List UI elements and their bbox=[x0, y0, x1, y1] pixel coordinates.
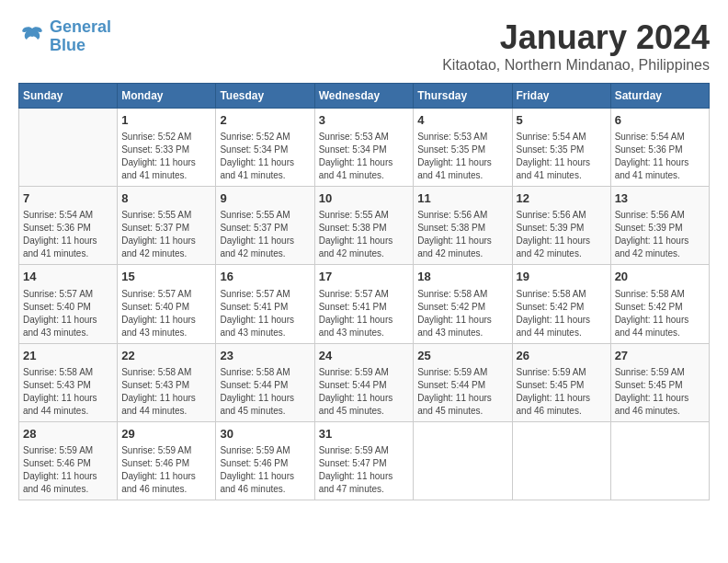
day-info: Sunrise: 5:59 AM Sunset: 5:46 PM Dayligh… bbox=[23, 444, 113, 496]
calendar-cell: 25Sunrise: 5:59 AM Sunset: 5:44 PM Dayli… bbox=[414, 343, 512, 421]
day-number: 17 bbox=[319, 269, 410, 285]
calendar-cell: 30Sunrise: 5:59 AM Sunset: 5:46 PM Dayli… bbox=[216, 421, 314, 500]
day-info: Sunrise: 5:58 AM Sunset: 5:44 PM Dayligh… bbox=[220, 366, 310, 418]
day-info: Sunrise: 5:54 AM Sunset: 5:35 PM Dayligh… bbox=[517, 131, 607, 182]
logo-text: General Blue bbox=[50, 18, 111, 55]
day-info: Sunrise: 5:55 AM Sunset: 5:37 PM Dayligh… bbox=[121, 209, 211, 260]
day-info: Sunrise: 5:57 AM Sunset: 5:41 PM Dayligh… bbox=[319, 288, 410, 339]
day-info: Sunrise: 5:58 AM Sunset: 5:42 PM Dayligh… bbox=[615, 288, 705, 339]
day-info: Sunrise: 5:54 AM Sunset: 5:36 PM Dayligh… bbox=[615, 131, 705, 182]
day-number: 30 bbox=[220, 426, 310, 442]
calendar-cell: 7Sunrise: 5:54 AM Sunset: 5:36 PM Daylig… bbox=[19, 187, 118, 265]
day-number: 24 bbox=[319, 348, 410, 364]
day-number: 22 bbox=[121, 348, 211, 364]
calendar-header: SundayMondayTuesdayWednesdayThursdayFrid… bbox=[19, 84, 710, 109]
day-info: Sunrise: 5:59 AM Sunset: 5:46 PM Dayligh… bbox=[220, 444, 310, 496]
day-number: 20 bbox=[615, 269, 705, 285]
calendar-cell: 9Sunrise: 5:55 AM Sunset: 5:37 PM Daylig… bbox=[216, 187, 314, 265]
calendar-cell: 12Sunrise: 5:56 AM Sunset: 5:39 PM Dayli… bbox=[512, 187, 610, 265]
day-info: Sunrise: 5:54 AM Sunset: 5:36 PM Dayligh… bbox=[23, 209, 113, 260]
location-subtitle: Kitaotao, Northern Mindanao, Philippines bbox=[442, 57, 710, 74]
day-info: Sunrise: 5:59 AM Sunset: 5:45 PM Dayligh… bbox=[517, 366, 607, 418]
day-number: 23 bbox=[220, 348, 310, 364]
weekday-header: Saturday bbox=[610, 84, 709, 109]
day-number: 3 bbox=[319, 112, 410, 129]
day-info: Sunrise: 5:58 AM Sunset: 5:43 PM Dayligh… bbox=[23, 366, 113, 418]
month-title: January 2024 bbox=[442, 18, 710, 57]
day-number: 8 bbox=[121, 190, 211, 207]
day-number: 19 bbox=[517, 269, 607, 285]
calendar-cell: 24Sunrise: 5:59 AM Sunset: 5:44 PM Dayli… bbox=[314, 343, 414, 421]
calendar-cell: 26Sunrise: 5:59 AM Sunset: 5:45 PM Dayli… bbox=[512, 343, 610, 421]
day-info: Sunrise: 5:59 AM Sunset: 5:47 PM Dayligh… bbox=[319, 444, 410, 496]
day-info: Sunrise: 5:57 AM Sunset: 5:40 PM Dayligh… bbox=[23, 288, 113, 339]
day-info: Sunrise: 5:59 AM Sunset: 5:44 PM Dayligh… bbox=[417, 366, 507, 418]
day-info: Sunrise: 5:56 AM Sunset: 5:39 PM Dayligh… bbox=[517, 209, 607, 260]
weekday-header: Tuesday bbox=[216, 84, 314, 109]
day-number: 11 bbox=[417, 190, 507, 207]
calendar-cell: 11Sunrise: 5:56 AM Sunset: 5:38 PM Dayli… bbox=[414, 187, 512, 265]
calendar-cell bbox=[610, 421, 709, 500]
calendar-cell: 13Sunrise: 5:56 AM Sunset: 5:39 PM Dayli… bbox=[610, 187, 709, 265]
day-info: Sunrise: 5:55 AM Sunset: 5:38 PM Dayligh… bbox=[319, 209, 410, 260]
weekday-header: Thursday bbox=[414, 84, 512, 109]
day-number: 12 bbox=[517, 190, 607, 207]
calendar-cell: 18Sunrise: 5:58 AM Sunset: 5:42 PM Dayli… bbox=[414, 265, 512, 343]
weekday-header: Sunday bbox=[19, 84, 118, 109]
day-number: 1 bbox=[121, 112, 211, 129]
day-info: Sunrise: 5:56 AM Sunset: 5:38 PM Dayligh… bbox=[417, 209, 507, 260]
logo-icon bbox=[18, 23, 46, 51]
day-number: 5 bbox=[517, 112, 607, 129]
logo: General Blue bbox=[18, 18, 111, 55]
calendar-cell: 21Sunrise: 5:58 AM Sunset: 5:43 PM Dayli… bbox=[19, 343, 118, 421]
calendar-cell: 22Sunrise: 5:58 AM Sunset: 5:43 PM Dayli… bbox=[118, 343, 216, 421]
day-number: 15 bbox=[121, 269, 211, 285]
day-info: Sunrise: 5:59 AM Sunset: 5:44 PM Dayligh… bbox=[319, 366, 410, 418]
day-number: 21 bbox=[23, 348, 113, 364]
calendar-cell: 31Sunrise: 5:59 AM Sunset: 5:47 PM Dayli… bbox=[314, 421, 414, 500]
day-number: 16 bbox=[220, 269, 310, 285]
day-info: Sunrise: 5:58 AM Sunset: 5:43 PM Dayligh… bbox=[121, 366, 211, 418]
calendar-cell: 20Sunrise: 5:58 AM Sunset: 5:42 PM Dayli… bbox=[610, 265, 709, 343]
calendar-cell bbox=[19, 109, 118, 187]
day-number: 9 bbox=[220, 190, 310, 207]
day-info: Sunrise: 5:52 AM Sunset: 5:34 PM Dayligh… bbox=[220, 131, 310, 182]
day-info: Sunrise: 5:56 AM Sunset: 5:39 PM Dayligh… bbox=[615, 209, 705, 260]
calendar-cell: 15Sunrise: 5:57 AM Sunset: 5:40 PM Dayli… bbox=[118, 265, 216, 343]
day-number: 7 bbox=[23, 190, 113, 207]
day-number: 29 bbox=[121, 426, 211, 442]
calendar-cell: 23Sunrise: 5:58 AM Sunset: 5:44 PM Dayli… bbox=[216, 343, 314, 421]
calendar-cell bbox=[414, 421, 512, 500]
day-info: Sunrise: 5:53 AM Sunset: 5:34 PM Dayligh… bbox=[319, 131, 410, 182]
calendar-cell: 5Sunrise: 5:54 AM Sunset: 5:35 PM Daylig… bbox=[512, 109, 610, 187]
day-number: 31 bbox=[319, 426, 410, 442]
day-info: Sunrise: 5:59 AM Sunset: 5:45 PM Dayligh… bbox=[615, 366, 705, 418]
day-number: 18 bbox=[417, 269, 507, 285]
day-number: 14 bbox=[23, 269, 113, 285]
calendar-cell: 8Sunrise: 5:55 AM Sunset: 5:37 PM Daylig… bbox=[118, 187, 216, 265]
day-number: 27 bbox=[615, 348, 705, 364]
day-info: Sunrise: 5:57 AM Sunset: 5:40 PM Dayligh… bbox=[121, 288, 211, 339]
calendar-cell: 10Sunrise: 5:55 AM Sunset: 5:38 PM Dayli… bbox=[314, 187, 414, 265]
day-info: Sunrise: 5:55 AM Sunset: 5:37 PM Dayligh… bbox=[220, 209, 310, 260]
weekday-header: Monday bbox=[118, 84, 216, 109]
calendar-cell: 16Sunrise: 5:57 AM Sunset: 5:41 PM Dayli… bbox=[216, 265, 314, 343]
day-info: Sunrise: 5:58 AM Sunset: 5:42 PM Dayligh… bbox=[517, 288, 607, 339]
day-number: 13 bbox=[615, 190, 705, 207]
calendar-cell: 3Sunrise: 5:53 AM Sunset: 5:34 PM Daylig… bbox=[314, 109, 414, 187]
day-number: 6 bbox=[615, 112, 705, 129]
day-info: Sunrise: 5:53 AM Sunset: 5:35 PM Dayligh… bbox=[417, 131, 507, 182]
day-number: 10 bbox=[319, 190, 410, 207]
calendar-cell: 29Sunrise: 5:59 AM Sunset: 5:46 PM Dayli… bbox=[118, 421, 216, 500]
day-number: 26 bbox=[517, 348, 607, 364]
calendar-cell: 2Sunrise: 5:52 AM Sunset: 5:34 PM Daylig… bbox=[216, 109, 314, 187]
day-number: 25 bbox=[417, 348, 507, 364]
title-block: January 2024 Kitaotao, Northern Mindanao… bbox=[442, 18, 710, 74]
calendar-cell: 28Sunrise: 5:59 AM Sunset: 5:46 PM Dayli… bbox=[19, 421, 118, 500]
calendar-cell: 6Sunrise: 5:54 AM Sunset: 5:36 PM Daylig… bbox=[610, 109, 709, 187]
calendar-cell: 27Sunrise: 5:59 AM Sunset: 5:45 PM Dayli… bbox=[610, 343, 709, 421]
calendar-cell: 19Sunrise: 5:58 AM Sunset: 5:42 PM Dayli… bbox=[512, 265, 610, 343]
calendar-table: SundayMondayTuesdayWednesdayThursdayFrid… bbox=[18, 83, 710, 500]
calendar-cell: 17Sunrise: 5:57 AM Sunset: 5:41 PM Dayli… bbox=[314, 265, 414, 343]
day-number: 28 bbox=[23, 426, 113, 442]
